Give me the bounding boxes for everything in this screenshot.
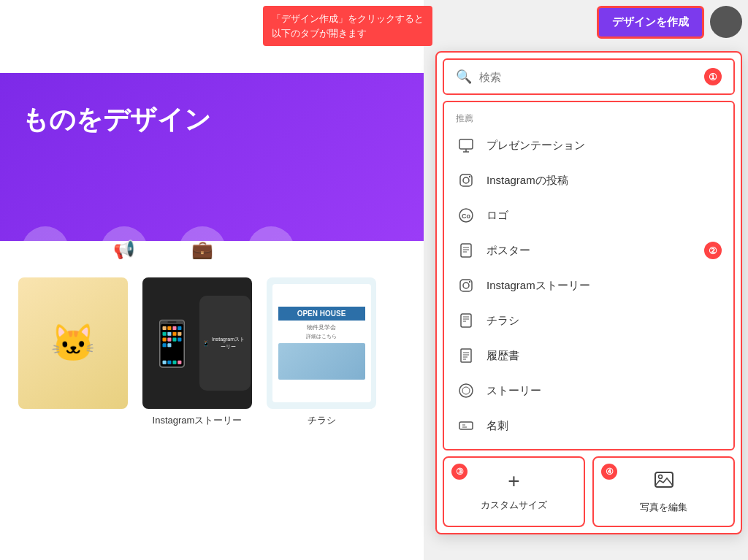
resume-label: 履歴書 bbox=[486, 349, 722, 363]
custom-size-number: ③ bbox=[451, 464, 468, 480]
purple-header: ものをデザイン 🖨 印刷製品 📢 マーケティング 💼 オフィス ··· その他 bbox=[0, 73, 424, 241]
svg-point-5 bbox=[469, 176, 470, 177]
poster-label: ポスター bbox=[486, 244, 694, 258]
card-wrapper-cat: 🐱 bbox=[18, 277, 128, 409]
print-icon: 🖨 bbox=[22, 226, 69, 273]
user-avatar[interactable] bbox=[710, 6, 742, 38]
search-number-badge: ① bbox=[704, 68, 722, 85]
menu-list: 推薦 プレゼンテーション Instagramの投稿 bbox=[443, 101, 735, 450]
svg-rect-26 bbox=[459, 422, 473, 429]
search-icon: 🔍 bbox=[456, 69, 472, 85]
flyer-label: チラシ bbox=[486, 314, 722, 328]
instagram-post-label: Instagramの投稿 bbox=[486, 174, 722, 188]
other-icon: ··· bbox=[248, 226, 294, 273]
flyer-card-label: チラシ bbox=[267, 414, 376, 427]
menu-item-instagram-story[interactable]: Instagramストーリー bbox=[444, 268, 733, 303]
svg-rect-19 bbox=[461, 349, 471, 362]
svg-point-4 bbox=[463, 177, 469, 183]
resume-icon bbox=[456, 345, 476, 366]
instagram-post-icon bbox=[456, 170, 476, 191]
story-card-label: Instagramストーリー bbox=[142, 414, 252, 427]
svg-point-13 bbox=[463, 283, 469, 288]
svg-rect-15 bbox=[461, 314, 471, 327]
poster-icon bbox=[456, 240, 476, 261]
presentation-label: プレゼンテーション bbox=[486, 139, 722, 153]
menu-item-resume[interactable]: 履歴書 bbox=[444, 338, 733, 373]
card-wrapper-story: 📱Instagramストーリー Instagramストーリー bbox=[142, 277, 252, 409]
svg-rect-0 bbox=[459, 139, 473, 149]
svg-point-30 bbox=[658, 475, 662, 479]
search-box[interactable]: 🔍 ① bbox=[443, 58, 735, 95]
business-card-label: 名刺 bbox=[486, 419, 722, 433]
svg-text:Co: Co bbox=[462, 212, 470, 220]
edit-photo-label: 写真を編集 bbox=[640, 501, 687, 514]
svg-rect-29 bbox=[655, 472, 673, 487]
custom-size-label: カスタムサイズ bbox=[481, 499, 547, 512]
menu-item-poster[interactable]: ポスター ② bbox=[444, 233, 733, 268]
callout-annotation: 「デザイン作成」をクリックすると 以下のタブが開きます bbox=[263, 6, 432, 46]
card-story[interactable]: 📱Instagramストーリー bbox=[142, 277, 252, 409]
search-input[interactable] bbox=[479, 71, 722, 83]
svg-point-24 bbox=[459, 384, 473, 397]
menu-item-logo[interactable]: Co ロゴ bbox=[444, 198, 733, 233]
svg-point-14 bbox=[469, 281, 470, 283]
custom-size-icon: + bbox=[508, 469, 519, 493]
edit-photo-button[interactable]: ④ 写真を編集 bbox=[592, 456, 735, 527]
svg-point-25 bbox=[462, 387, 470, 394]
custom-size-button[interactable]: ③ + カスタムサイズ bbox=[443, 456, 585, 527]
menu-item-business-card[interactable]: 名刺 bbox=[444, 408, 733, 443]
edit-photo-number: ④ bbox=[601, 464, 617, 480]
instagram-story-label: Instagramストーリー bbox=[486, 279, 722, 293]
marketing-icon: 📢 bbox=[101, 226, 148, 273]
card-cat[interactable]: 🐱 bbox=[18, 277, 128, 409]
bottom-actions: ③ + カスタムサイズ ④ 写真を編集 bbox=[437, 456, 741, 533]
business-card-icon bbox=[456, 415, 476, 436]
logo-icon: Co bbox=[456, 205, 476, 226]
story-icon bbox=[456, 380, 476, 401]
menu-section-label: 推薦 bbox=[444, 108, 733, 128]
flyer-open-house: OPEN HOUSE bbox=[278, 307, 365, 321]
office-icon: 💼 bbox=[179, 226, 226, 273]
instagram-story-icon bbox=[456, 275, 476, 296]
svg-rect-8 bbox=[461, 244, 471, 257]
menu-item-flyer[interactable]: チラシ bbox=[444, 303, 733, 338]
header-title: ものをデザイン bbox=[22, 102, 211, 138]
poster-number-badge: ② bbox=[704, 242, 722, 259]
card-flyer[interactable]: OPEN HOUSE 物件見学会詳細はこちら bbox=[267, 277, 376, 409]
logo-label: ロゴ bbox=[486, 209, 722, 223]
flyer-icon bbox=[456, 310, 476, 331]
story-label: ストーリー bbox=[486, 384, 722, 398]
menu-item-presentation[interactable]: プレゼンテーション bbox=[444, 128, 733, 163]
menu-item-story[interactable]: ストーリー bbox=[444, 373, 733, 408]
card-flyer-inner: OPEN HOUSE 物件見学会詳細はこちら bbox=[272, 284, 371, 402]
create-design-button[interactable]: デザインを作成 bbox=[597, 6, 704, 39]
dropdown-panel: 🔍 ① 推薦 プレゼンテーション bbox=[435, 51, 742, 534]
card-wrapper-flyer: OPEN HOUSE 物件見学会詳細はこちら チラシ bbox=[267, 277, 376, 409]
menu-item-instagram-post[interactable]: Instagramの投稿 bbox=[444, 163, 733, 198]
edit-photo-icon bbox=[654, 469, 674, 495]
presentation-icon bbox=[456, 135, 476, 156]
main-content: ものをデザイン 🖨 印刷製品 📢 マーケティング 💼 オフィス ··· その他 bbox=[0, 0, 424, 560]
